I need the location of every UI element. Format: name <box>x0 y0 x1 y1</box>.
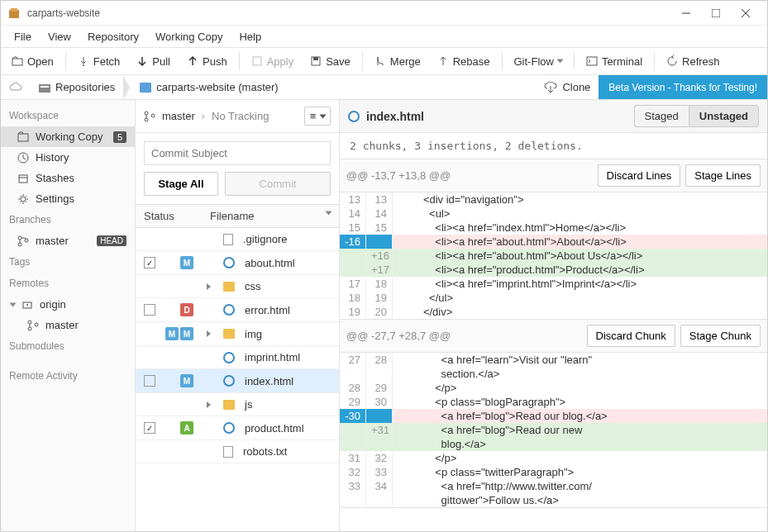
stage-all-button[interactable]: Stage All <box>144 172 218 196</box>
file-list: .gitignoreMabout.htmlcssDerror.htmlMMimg… <box>136 228 339 531</box>
diff-line[interactable]: 1313 <div id="navigation"> <box>340 192 767 207</box>
status-badge: A <box>180 421 193 435</box>
sidebar-item-master[interactable]: masterHEAD <box>1 230 135 251</box>
menu-repository[interactable]: Repository <box>81 27 145 46</box>
chevron-down-icon <box>556 59 563 64</box>
stage-checkbox[interactable] <box>144 422 155 434</box>
sidebar-item-stashes[interactable]: Stashes <box>1 168 135 188</box>
file-row[interactable]: Mabout.html <box>136 251 339 275</box>
svg-rect-13 <box>41 86 49 88</box>
push-button[interactable]: Push <box>179 50 235 73</box>
file-name: .gitignore <box>243 233 287 245</box>
merge-button[interactable]: Merge <box>367 50 428 73</box>
diff-line[interactable]: section.</a> <box>340 367 767 381</box>
file-row[interactable]: js <box>136 393 339 416</box>
repo-icon <box>39 83 50 93</box>
file-row[interactable]: robots.txt <box>136 440 339 463</box>
sidebar-head-workspace: Workspace <box>1 105 135 126</box>
maximize-button[interactable] <box>701 2 731 25</box>
diff-line[interactable]: gittower">Follow us.</a> <box>340 493 767 507</box>
diff-line[interactable]: -30 <a href="blog">Read our blog.</a> <box>340 409 767 423</box>
minimize-button[interactable] <box>671 2 701 25</box>
refresh-button[interactable]: Refresh <box>659 50 727 73</box>
file-row[interactable]: imprint.html <box>136 346 339 369</box>
branch-crumb: master › No Tracking ≡ <box>136 100 339 133</box>
diff-line[interactable]: +16 <li><a href="about.html">About Us</a… <box>340 249 767 263</box>
discard-lines-button[interactable]: Discard Lines <box>598 164 681 187</box>
status-badge: M <box>180 327 193 340</box>
terminal-button[interactable]: Terminal <box>579 50 650 73</box>
diff-line[interactable]: 2930 <p class="blogParagraph"> <box>340 395 767 409</box>
file-row[interactable]: Derror.html <box>136 298 339 322</box>
stage-checkbox[interactable] <box>144 375 155 387</box>
sidebar-item-origin-master[interactable]: master <box>1 315 135 335</box>
save-button[interactable]: Save <box>303 50 358 73</box>
status-badge: M <box>165 327 179 340</box>
diff-line[interactable]: 2728 <a href="learn">Visit our "learn" <box>340 353 767 367</box>
open-button[interactable]: Open <box>4 50 61 73</box>
options-button[interactable]: ≡ <box>304 107 331 126</box>
crumb-cloud[interactable] <box>1 75 31 99</box>
menu-view[interactable]: View <box>41 27 78 46</box>
diff-line[interactable]: 3233 <p class="twitterParagraph"> <box>340 465 767 479</box>
diff-line[interactable]: 2829 </p> <box>340 381 767 395</box>
diff-line[interactable]: 1414 <ul> <box>340 207 767 221</box>
file-row[interactable]: Mindex.html <box>136 369 339 393</box>
clone-button[interactable]: Clone <box>536 75 599 99</box>
tab-unstaged[interactable]: Unstaged <box>689 105 759 127</box>
file-icon <box>223 234 233 245</box>
sidebar-item-origin[interactable]: origin <box>1 294 135 315</box>
diff-line[interactable]: 1515 <li><a href="index.html">Home</a></… <box>340 221 767 235</box>
diff-line[interactable]: 1819 </ul> <box>340 291 767 305</box>
svg-point-25 <box>35 323 38 326</box>
diff-line[interactable]: +31 <a href="blog">Read our new <box>340 423 767 437</box>
diff-line[interactable]: 3334 <a href="http://www.twitter.com/ <box>340 479 767 493</box>
stage-lines-button[interactable]: Stage Lines <box>685 164 761 187</box>
folder-icon <box>223 329 235 339</box>
diff-line[interactable]: 3132 </p> <box>340 451 767 465</box>
apply-button[interactable]: Apply <box>244 50 302 73</box>
rebase-button[interactable]: Rebase <box>430 50 498 73</box>
tab-staged[interactable]: Staged <box>634 105 689 127</box>
ie-icon <box>223 257 235 268</box>
file-row[interactable]: css <box>136 275 339 298</box>
ie-icon <box>348 111 360 122</box>
diff-line[interactable]: 1920 </div> <box>340 305 767 319</box>
app-icon <box>7 7 21 20</box>
fetch-button[interactable]: Fetch <box>70 50 128 73</box>
svg-point-18 <box>18 236 21 240</box>
file-row[interactable]: MMimg <box>136 322 339 346</box>
discard-chunk-button[interactable]: Discard Chunk <box>587 325 675 347</box>
crumb-repo[interactable]: carparts-website (master) <box>131 75 286 99</box>
gitflow-button[interactable]: Git-Flow <box>507 50 570 73</box>
file-row[interactable]: .gitignore <box>136 228 339 251</box>
diff-line[interactable]: 1718 <li><a href="imprint.html">Imprint<… <box>340 277 767 291</box>
file-row[interactable]: Aproduct.html <box>136 416 339 440</box>
commit-subject-input[interactable] <box>144 141 331 165</box>
close-button[interactable] <box>731 2 761 25</box>
folder-icon <box>223 282 235 292</box>
menu-workingcopy[interactable]: Working Copy <box>149 27 229 46</box>
diff-line[interactable]: -16 <li><a href="about.html">About</a></… <box>340 235 767 249</box>
file-name: index.html <box>245 375 293 387</box>
file-list-header[interactable]: Status Filename <box>136 205 339 228</box>
diff-line[interactable]: blog.</a> <box>340 437 767 451</box>
ie-icon <box>223 375 235 387</box>
svg-rect-8 <box>253 57 261 65</box>
menubar: File View Repository Working Copy Help <box>1 26 767 47</box>
branch-icon <box>144 111 155 122</box>
menu-help[interactable]: Help <box>232 27 268 46</box>
commit-button[interactable]: Commit <box>225 172 331 196</box>
stage-checkbox[interactable] <box>144 257 155 268</box>
diff-line[interactable]: +17 <li><a href="product.html">Product</… <box>340 263 767 277</box>
svg-point-28 <box>151 114 155 117</box>
stage-checkbox[interactable] <box>144 304 155 316</box>
sidebar-item-workingcopy[interactable]: Working Copy 5 <box>1 126 135 147</box>
sidebar-item-history[interactable]: History <box>1 147 135 168</box>
stage-chunk-button[interactable]: Stage Chunk <box>680 325 761 347</box>
diff-body[interactable]: @@ -13,7 +13,8 @@ Discard Lines Stage Li… <box>340 159 767 531</box>
menu-file[interactable]: File <box>7 27 38 46</box>
crumb-repositories[interactable]: Repositories <box>31 75 123 99</box>
pull-button[interactable]: Pull <box>129 50 178 73</box>
sidebar-item-settings[interactable]: Settings <box>1 188 135 209</box>
